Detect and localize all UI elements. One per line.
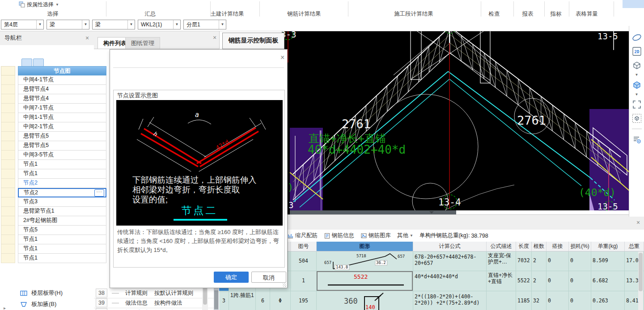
close-icon[interactable]: × bbox=[280, 54, 284, 61]
cell-len[interactable]: 5522 bbox=[516, 271, 532, 291]
ok-button[interactable]: 确定 bbox=[214, 272, 249, 283]
node-item[interactable]: 节点1 bbox=[18, 160, 106, 169]
panel-left-scrollbar[interactable] bbox=[214, 288, 219, 310]
node-item[interactable]: 节点1 bbox=[18, 235, 106, 244]
cell-dia[interactable]: 6 bbox=[256, 291, 270, 310]
more-options-button[interactable]: ··· bbox=[94, 189, 104, 197]
cell-formula[interactable]: 2*((180-2*20)+(400-2*20)) +2*(75+2.89*d) bbox=[413, 291, 487, 310]
ribbon-group-4[interactable]: 钢筋计算结果 bbox=[288, 10, 321, 18]
cell-lvl[interactable]: Φ bbox=[270, 291, 291, 310]
rebar-shape-diagram[interactable]: 360140 bbox=[317, 291, 413, 310]
close-icon[interactable]: × bbox=[85, 35, 89, 41]
2d-view-icon[interactable]: 2D bbox=[631, 46, 642, 57]
chevron-down-icon[interactable]: ▼ bbox=[635, 74, 639, 76]
row-index-cell[interactable] bbox=[1, 141, 15, 151]
property-row[interactable]: 38计算规则按默认计算规则 bbox=[94, 288, 215, 298]
column-header[interactable]: 长度 bbox=[516, 242, 532, 251]
cell-no[interactable]: 195 bbox=[291, 291, 317, 310]
cell-lap[interactable]: 0 bbox=[547, 291, 569, 310]
cell-qty[interactable]: 32 bbox=[532, 291, 547, 310]
node-item[interactable]: 中间4-1节点 bbox=[18, 75, 106, 85]
rebar-shape-diagram[interactable]: 5522 bbox=[317, 271, 413, 291]
row-index-cell[interactable] bbox=[1, 151, 15, 160]
node-item[interactable]: 节点1 bbox=[18, 169, 106, 179]
node-item[interactable]: 节点1 bbox=[18, 244, 106, 254]
chevron-down-icon[interactable]: ▼ bbox=[82, 20, 89, 29]
nav-tool-button[interactable] bbox=[33, 59, 44, 67]
cell-loss[interactable]: 0 bbox=[569, 271, 591, 291]
row-index-cell[interactable] bbox=[1, 85, 15, 94]
resize-grip[interactable] bbox=[283, 283, 286, 287]
nav-tool-button[interactable] bbox=[21, 59, 32, 67]
node-item[interactable]: 悬臂节点4 bbox=[18, 94, 106, 104]
row-index-cell[interactable] bbox=[1, 216, 15, 226]
row-index-cell[interactable] bbox=[1, 226, 15, 235]
cell-desc[interactable] bbox=[487, 291, 516, 310]
cell-len[interactable]: 1185 bbox=[516, 291, 532, 310]
ribbon-highlighted-button[interactable] bbox=[623, 0, 644, 8]
local-3d-icon[interactable] bbox=[631, 113, 642, 124]
column-header[interactable]: 总重 bbox=[625, 242, 644, 251]
ribbon-group-9[interactable]: 表格算量 bbox=[576, 10, 598, 18]
row-index-cell[interactable] bbox=[1, 197, 15, 207]
node-item[interactable]: 悬臂梁节点1 bbox=[18, 207, 106, 216]
property-value[interactable]: 按构件做法 bbox=[154, 298, 182, 308]
row-index-cell[interactable] bbox=[1, 132, 15, 141]
ribbon-group-2[interactable]: 汇总 bbox=[145, 10, 156, 18]
chevron-down-icon[interactable]: ▼ bbox=[36, 20, 43, 29]
node-item[interactable]: 中间1-1节点 bbox=[18, 113, 106, 122]
row-index-cell[interactable] bbox=[1, 104, 15, 113]
column-header[interactable]: 计算公式 bbox=[413, 242, 487, 251]
cell-qty[interactable]: 2 bbox=[532, 251, 547, 271]
column-header[interactable]: 损耗(%) bbox=[569, 242, 591, 251]
display-settings-icon[interactable] bbox=[631, 134, 642, 145]
ribbon-group-3[interactable]: 土建计算结果 bbox=[211, 10, 244, 18]
cell-formula[interactable]: 678-20+657+4402+678-20+657 bbox=[413, 251, 487, 271]
column-header[interactable]: 公式描述 bbox=[487, 242, 516, 251]
node-item[interactable]: 悬臂节点5 bbox=[18, 141, 106, 151]
selection-box-icon[interactable] bbox=[631, 99, 642, 110]
node-item[interactable]: 悬臂节点4 bbox=[18, 85, 106, 94]
property-row[interactable]: 40模板类型组合钢模板 bbox=[94, 308, 215, 310]
cell-loss[interactable]: 0 bbox=[569, 291, 591, 310]
node-item[interactable]: 节点3 bbox=[18, 197, 106, 207]
row-index-cell[interactable] bbox=[1, 244, 15, 254]
node-item[interactable]: 中间2-1节点 bbox=[18, 122, 106, 132]
other-menu-button[interactable]: 其他 ▼ bbox=[397, 232, 413, 239]
row-index-cell[interactable] bbox=[1, 122, 15, 132]
chevron-down-icon[interactable]: ▼ bbox=[127, 20, 135, 29]
cell-len[interactable]: 7032 bbox=[516, 251, 532, 271]
column-header[interactable]: 单重(kg) bbox=[591, 242, 625, 251]
subtype-select[interactable]: 梁▼ bbox=[92, 20, 135, 29]
dynamic-orbit-icon[interactable] bbox=[631, 32, 642, 43]
node-item[interactable]: 中间7-1节点 bbox=[18, 104, 106, 113]
column-header[interactable]: 搭接 bbox=[547, 242, 569, 251]
cell-lap[interactable]: 0 bbox=[547, 271, 569, 291]
rebar-info-button[interactable]: 钢筋信息 bbox=[324, 232, 354, 239]
node-item[interactable]: 节点5 bbox=[18, 226, 106, 235]
cell-no[interactable]: 1 bbox=[291, 271, 317, 291]
cell-formula[interactable]: 40*d+4402+40*d bbox=[413, 271, 487, 291]
cell-unit[interactable]: 0.263 bbox=[591, 291, 625, 310]
rebar-display-control-panel[interactable]: 钢筋显示控制面板 bbox=[222, 33, 284, 49]
cell-unit[interactable]: 6.682 bbox=[591, 271, 625, 291]
chevron-down-icon[interactable]: ▼ bbox=[635, 93, 639, 96]
row-index-cell[interactable] bbox=[1, 113, 15, 122]
chevron-down-icon[interactable]: ▼ bbox=[219, 20, 226, 29]
chevron-down-icon[interactable]: ▼ bbox=[173, 20, 180, 29]
cad-horizontal-scrollbar[interactable] bbox=[290, 210, 637, 214]
ribbon-group-6[interactable]: 检查 bbox=[489, 10, 500, 18]
component-select[interactable]: WKL2(1)▼ bbox=[138, 20, 181, 29]
row-index-cell[interactable] bbox=[1, 179, 15, 188]
select-by-property-button[interactable]: 按属性选择 ▼ bbox=[19, 1, 59, 8]
cell-desc[interactable]: 直锚+净长+直锚 bbox=[487, 271, 516, 291]
ribbon-group-1[interactable]: 选择 bbox=[47, 10, 59, 18]
row-index-cell[interactable] bbox=[1, 169, 15, 179]
row-index-cell[interactable] bbox=[1, 254, 15, 263]
node-item[interactable]: 节点2··· bbox=[18, 188, 106, 197]
rebar-library-button[interactable]: 钢筋图库 bbox=[360, 232, 391, 239]
tree-item-1[interactable]: 楼层板带(H) bbox=[0, 288, 93, 298]
tab-drawing-manage[interactable]: 图纸管理 bbox=[125, 37, 160, 49]
property-value[interactable]: 按默认计算规则 bbox=[154, 288, 194, 298]
cancel-button[interactable]: 取消 bbox=[251, 272, 286, 283]
